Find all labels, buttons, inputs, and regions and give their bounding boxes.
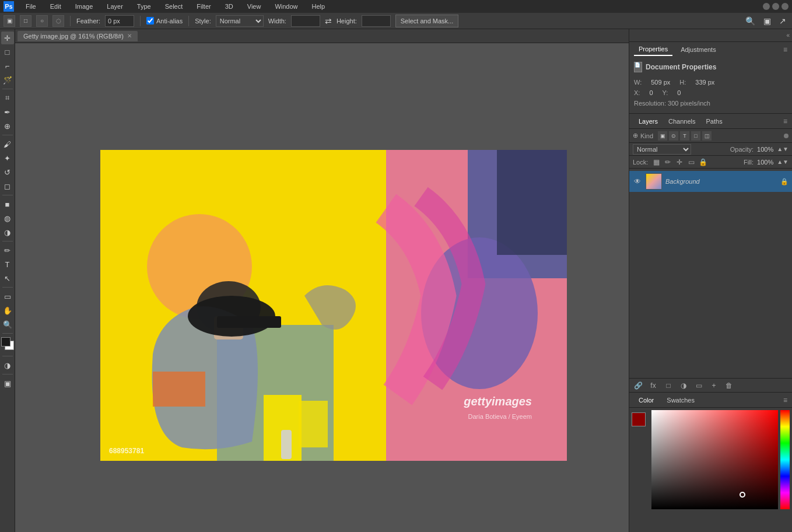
menu-view[interactable]: View xyxy=(245,2,264,11)
color-options-btn[interactable]: ≡ xyxy=(783,396,787,404)
hue-strip[interactable] xyxy=(780,410,790,509)
filter-adj-btn[interactable]: ⊙ xyxy=(669,131,678,141)
layers-tab-bar: Layers Channels Paths ≡ xyxy=(629,114,792,129)
text-tool[interactable]: T xyxy=(1,258,14,271)
menu-type[interactable]: Type xyxy=(135,2,153,11)
foreground-color-picker[interactable] xyxy=(632,412,646,426)
menu-help[interactable]: Help xyxy=(310,2,328,11)
layers-tab[interactable]: Layers xyxy=(634,116,663,127)
lock-pixels-btn[interactable]: ✏ xyxy=(663,158,672,167)
opacity-arrows[interactable]: ▲▼ xyxy=(777,146,789,152)
color-gradient-picker[interactable] xyxy=(651,410,778,509)
layers-options-btn[interactable]: ≡ xyxy=(783,117,787,125)
menu-select[interactable]: Select xyxy=(163,2,185,11)
blend-mode-select[interactable]: Normal Multiply Screen xyxy=(633,144,691,155)
new-group-btn[interactable]: ▭ xyxy=(693,380,704,391)
color-tab[interactable]: Color xyxy=(634,394,658,406)
layer-thumbnail xyxy=(646,173,662,190)
lock-position-btn[interactable]: ✛ xyxy=(675,158,684,167)
document-icon: 📄 xyxy=(634,62,642,72)
layer-effects-btn[interactable]: fx xyxy=(648,380,658,391)
tool-shape-circle[interactable]: ○ xyxy=(36,15,48,27)
zoom-tool[interactable]: 🔍 xyxy=(1,318,14,331)
menu-filter[interactable]: Filter xyxy=(194,2,213,11)
clone-tool[interactable]: ✦ xyxy=(1,152,14,164)
brush-tool[interactable]: 🖌 xyxy=(1,138,14,150)
adjustments-tab[interactable]: Adjustments xyxy=(676,44,721,55)
dodge-tool[interactable]: ◑ xyxy=(1,226,14,239)
path-selection-tool[interactable]: ↖ xyxy=(1,272,14,285)
new-adjustment-btn[interactable]: ◑ xyxy=(678,380,689,391)
swatches-tab[interactable]: Swatches xyxy=(662,394,699,406)
tool-preset-picker[interactable]: ▣ xyxy=(3,15,15,27)
feather-input[interactable] xyxy=(105,15,134,27)
layer-mask-btn[interactable]: □ xyxy=(663,380,674,391)
menu-layer[interactable]: Layer xyxy=(104,2,125,11)
tool-separator-5 xyxy=(2,287,13,288)
search-button[interactable]: 🔍 xyxy=(743,16,758,26)
filter-shape-btn[interactable]: □ xyxy=(691,131,700,141)
move-tool[interactable]: ✛ xyxy=(1,32,14,44)
collapse-right-panel-btn[interactable]: « xyxy=(786,32,790,38)
share-button[interactable]: ↗ xyxy=(777,16,789,26)
link-layers-btn[interactable]: 🔗 xyxy=(633,380,643,391)
channels-tab[interactable]: Channels xyxy=(664,116,700,127)
selection-tool[interactable]: □ xyxy=(1,46,14,58)
pen-tool[interactable]: ✏ xyxy=(1,244,14,257)
new-layer-btn[interactable]: + xyxy=(709,380,719,391)
quick-mask-button[interactable]: ◑ xyxy=(1,359,14,372)
lock-all-btn[interactable]: 🔒 xyxy=(698,158,707,167)
width-input[interactable] xyxy=(291,15,320,27)
lasso-tool[interactable]: ⌐ xyxy=(1,60,14,72)
canvas-wrapper[interactable]: gettyimages Daria Botieva / Eyeem 688953… xyxy=(15,43,629,532)
hand-tool[interactable]: ✋ xyxy=(1,304,14,317)
gradient-tool[interactable]: ■ xyxy=(1,198,14,211)
crop-tool[interactable]: ⌗ xyxy=(1,92,14,104)
magic-wand-tool[interactable]: 🪄 xyxy=(1,74,14,86)
eraser-tool[interactable]: ◻ xyxy=(1,180,14,192)
properties-options-btn[interactable]: ≡ xyxy=(783,46,787,54)
lock-transparency-btn[interactable]: ▦ xyxy=(651,158,661,167)
swap-icon[interactable]: ⇄ xyxy=(325,16,332,26)
menu-3d[interactable]: 3D xyxy=(223,2,236,11)
height-input[interactable] xyxy=(362,15,391,27)
lock-artboard-btn[interactable]: ▭ xyxy=(686,158,696,167)
menu-edit[interactable]: Edit xyxy=(48,2,64,11)
properties-tab-bar: Properties Adjustments ≡ xyxy=(629,42,792,57)
filter-pixel-btn[interactable]: ▣ xyxy=(658,131,667,141)
properties-tab[interactable]: Properties xyxy=(634,43,672,56)
eyedropper-tool[interactable]: ✒ xyxy=(1,106,14,118)
menu-bar: Ps File Edit Image Layer Type Select Fil… xyxy=(0,0,792,13)
workspace-button[interactable]: ▣ xyxy=(761,16,773,26)
layer-item-background[interactable]: 👁 Background 🔒 xyxy=(629,171,792,192)
menu-image[interactable]: Image xyxy=(73,2,96,11)
minimize-button[interactable] xyxy=(763,3,770,10)
close-tab-icon[interactable]: ✕ xyxy=(127,33,132,39)
delete-layer-btn[interactable]: 🗑 xyxy=(724,380,734,391)
select-and-mask-button[interactable]: Select and Mask... xyxy=(395,15,459,27)
tool-shape-rect[interactable]: □ xyxy=(20,15,31,27)
shape-tool[interactable]: ▭ xyxy=(1,290,14,303)
menu-window[interactable]: Window xyxy=(272,2,300,11)
hue-picker-area xyxy=(780,410,790,530)
screen-mode-button[interactable]: ▣ xyxy=(1,377,14,390)
blur-tool[interactable]: ◍ xyxy=(1,212,14,225)
properties-panel: Properties Adjustments ≡ 📄 Document Prop… xyxy=(629,42,792,114)
layer-visibility-toggle[interactable]: 👁 xyxy=(633,177,642,186)
filter-smart-btn[interactable]: ◫ xyxy=(702,131,712,141)
width-label: Width: xyxy=(268,18,286,24)
maximize-button[interactable] xyxy=(772,3,779,10)
style-select[interactable]: Normal Fixed Ratio Fixed Size xyxy=(216,15,264,27)
close-button[interactable] xyxy=(782,3,789,10)
filter-type-btn[interactable]: T xyxy=(680,131,689,141)
fill-arrows[interactable]: ▲▼ xyxy=(777,159,789,165)
menu-file[interactable]: File xyxy=(23,2,38,11)
history-brush-tool[interactable]: ↺ xyxy=(1,166,14,178)
foreground-color-swatch[interactable] xyxy=(1,337,10,346)
paths-tab[interactable]: Paths xyxy=(702,116,727,127)
document-tab[interactable]: Getty image.jpg @ 161% (RGB/8#) ✕ xyxy=(17,31,138,41)
tool-shape-lasso[interactable]: ◌ xyxy=(52,15,64,27)
filter-toggle-dot[interactable] xyxy=(784,134,789,138)
anti-alias-checkbox[interactable]: Anti-alias xyxy=(146,17,183,24)
heal-tool[interactable]: ⊕ xyxy=(1,120,14,132)
